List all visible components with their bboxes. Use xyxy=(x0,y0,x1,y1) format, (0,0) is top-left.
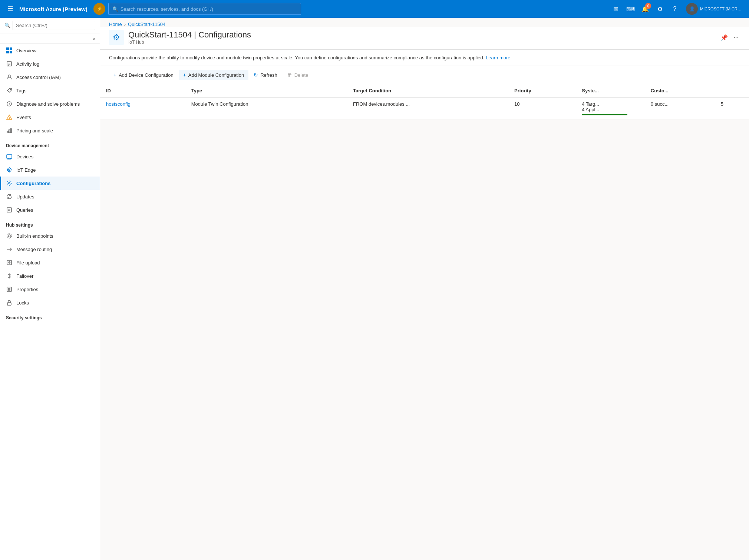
breadcrumb-separator: › xyxy=(124,22,126,27)
sidebar-item-activity-log[interactable]: Activity log xyxy=(0,57,100,70)
pricing-icon xyxy=(6,127,13,134)
sidebar-item-label: IoT Edge xyxy=(16,167,36,173)
top-action-buttons: ✉ ⌨ 🔔 6 ⚙ ? 👤 MICROSOFT (MICROSOFT.ON xyxy=(609,2,745,16)
sidebar-item-queries[interactable]: Queries xyxy=(0,203,100,217)
add-device-config-button[interactable]: + Add Device Configuration xyxy=(109,70,178,80)
svg-rect-17 xyxy=(9,130,10,133)
refresh-button[interactable]: ↻ Refresh xyxy=(249,70,282,80)
feedback-button[interactable]: ✉ xyxy=(609,2,622,16)
sidebar-item-diagnose[interactable]: Diagnose and solve problems xyxy=(0,97,100,111)
table: ID Type Target Condition Priority Syste.… xyxy=(100,84,749,119)
svg-rect-18 xyxy=(10,129,11,133)
diagnose-icon xyxy=(6,101,13,107)
pin-button[interactable]: 📌 xyxy=(719,33,729,43)
sidebar-item-events[interactable]: Events xyxy=(0,111,100,124)
sidebar-search-box[interactable]: 🔍 xyxy=(0,18,100,33)
grid-icon xyxy=(6,47,13,54)
col-target-condition: Target Condition xyxy=(347,84,508,98)
sidebar-search-input[interactable] xyxy=(13,21,95,30)
info-bar: Configurations provide the ability to mo… xyxy=(100,50,749,66)
notifications-button[interactable]: 🔔 6 xyxy=(639,2,652,16)
collapse-sidebar-button[interactable]: « xyxy=(0,33,100,44)
sidebar-item-label: File upload xyxy=(16,260,40,266)
user-menu[interactable]: 👤 MICROSOFT (MICROSOFT.ON xyxy=(686,3,745,15)
sidebar-item-overview[interactable]: Overview xyxy=(0,44,100,57)
properties-icon xyxy=(6,286,13,293)
sidebar-item-configurations[interactable]: Configurations xyxy=(0,177,100,190)
search-input[interactable] xyxy=(121,6,297,12)
svg-point-33 xyxy=(8,235,10,237)
tags-icon xyxy=(6,87,13,94)
sidebar-item-label: Devices xyxy=(16,154,33,159)
breadcrumb-home[interactable]: Home xyxy=(109,22,122,27)
cloud-shell-icon: ⌨ xyxy=(626,6,635,13)
global-search-box[interactable]: 🔍 xyxy=(108,3,301,15)
sidebar-item-message-routing[interactable]: Message routing xyxy=(0,243,100,256)
cell-type: Module Twin Configuration xyxy=(185,98,347,119)
cell-extra: 5 xyxy=(715,98,749,119)
hub-settings-section: Hub settings xyxy=(0,217,100,229)
sidebar-item-file-upload[interactable]: File upload xyxy=(0,256,100,269)
sidebar-item-iot-edge[interactable]: IoT Edge xyxy=(0,163,100,177)
sidebar-item-pricing[interactable]: Pricing and scale xyxy=(0,124,100,137)
breadcrumb-resource[interactable]: QuickStart-11504 xyxy=(128,22,165,27)
sidebar-item-properties[interactable]: Properties xyxy=(0,283,100,296)
svg-rect-5 xyxy=(10,51,12,53)
sidebar-item-label: Overview xyxy=(16,48,36,53)
svg-point-24 xyxy=(9,169,10,171)
settings-button[interactable]: ⚙ xyxy=(653,2,667,16)
col-custom-metrics: Custo... xyxy=(645,84,715,98)
sidebar-item-label: Built-in endpoints xyxy=(16,233,53,239)
hamburger-menu[interactable]: ☰ xyxy=(4,3,16,14)
svg-point-11 xyxy=(10,89,11,90)
svg-rect-2 xyxy=(6,47,9,50)
svg-rect-3 xyxy=(10,47,12,50)
cell-system-metrics: 4 Targ... 4 Appl... xyxy=(576,98,645,119)
sidebar-item-updates[interactable]: Updates xyxy=(0,190,100,203)
cloud-shell-button[interactable]: ⌨ xyxy=(624,2,637,16)
help-button[interactable]: ? xyxy=(668,2,682,16)
svg-point-23 xyxy=(7,168,11,172)
sidebar-item-failover[interactable]: Failover xyxy=(0,269,100,283)
sidebar-item-tags[interactable]: Tags xyxy=(0,84,100,97)
cell-id: hostsconfig xyxy=(100,98,185,119)
sidebar-scroll-area: Overview Activity log Access control (IA… xyxy=(0,44,100,560)
add-device-config-label: Add Device Configuration xyxy=(119,72,173,78)
updates-icon xyxy=(6,193,13,200)
sidebar-item-devices[interactable]: Devices xyxy=(0,150,100,163)
feedback-icon: ✉ xyxy=(613,6,618,13)
sidebar-item-label: Tags xyxy=(16,88,26,93)
notification-badge: 6 xyxy=(645,3,651,9)
add-module-config-button[interactable]: + Add Module Configuration xyxy=(179,70,249,80)
sidebar-item-iam[interactable]: Access control (IAM) xyxy=(0,70,100,84)
cell-priority: 10 xyxy=(508,98,576,119)
svg-rect-30 xyxy=(7,208,11,212)
cell-custom-metrics: 0 succ... xyxy=(645,98,715,119)
svg-rect-42 xyxy=(7,303,11,305)
device-management-section: Device management xyxy=(0,137,100,150)
col-priority: Priority xyxy=(508,84,576,98)
breadcrumb: Home › QuickStart-11504 xyxy=(100,18,749,27)
more-options-button[interactable]: ··· xyxy=(732,33,740,43)
add-module-config-icon: + xyxy=(183,72,186,78)
content-body: Configurations provide the ability to mo… xyxy=(100,50,749,560)
svg-point-10 xyxy=(8,75,10,77)
iam-icon xyxy=(6,74,13,80)
gear-icon: ⚙ xyxy=(657,6,663,13)
sidebar-item-label: Updates xyxy=(16,194,34,200)
table-header-row: ID Type Target Condition Priority Syste.… xyxy=(100,84,749,98)
learn-more-link[interactable]: Learn more xyxy=(486,55,510,60)
events-icon xyxy=(6,114,13,121)
syste-line1: 4 Targ... xyxy=(582,101,639,107)
azure-icon: ⚡ xyxy=(93,3,105,15)
syste-line2: 4 Appl... xyxy=(582,107,639,112)
delete-label: Delete xyxy=(294,72,308,78)
sidebar-item-built-in-endpoints[interactable]: Built-in endpoints xyxy=(0,229,100,243)
add-module-config-label: Add Module Configuration xyxy=(188,72,244,78)
refresh-label: Refresh xyxy=(260,72,277,78)
sidebar-item-locks[interactable]: Locks xyxy=(0,296,100,309)
sidebar-item-label: Activity log xyxy=(16,61,39,67)
page-title: QuickStart-11504 | Configurations xyxy=(128,30,715,40)
delete-button[interactable]: 🗑 Delete xyxy=(283,70,313,80)
config-id-link[interactable]: hostsconfig xyxy=(106,101,131,107)
